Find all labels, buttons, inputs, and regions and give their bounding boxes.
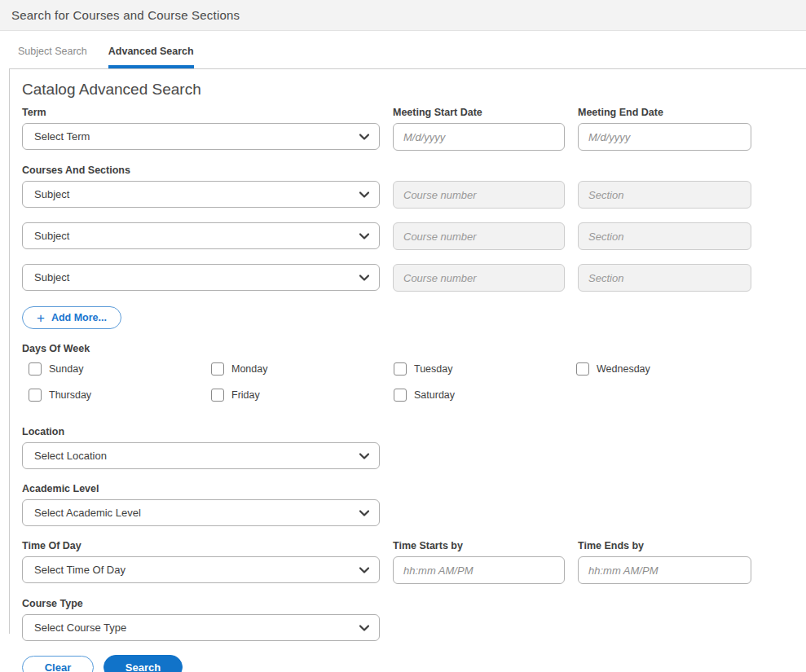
monday-checkbox[interactable] xyxy=(211,362,224,376)
saturday-label: Saturday xyxy=(414,389,455,401)
tab-advanced-search[interactable]: Advanced Search xyxy=(108,46,194,68)
section-input-1[interactable] xyxy=(578,181,751,209)
subject-select-1-value: Subject xyxy=(34,188,69,200)
time-ends-by-input[interactable] xyxy=(578,556,751,584)
friday-checkbox[interactable] xyxy=(211,389,224,402)
meeting-end-date-label: Meeting End Date xyxy=(578,107,751,118)
day-item-thursday: Thursday xyxy=(29,389,211,402)
day-item-tuesday: Tuesday xyxy=(394,362,576,376)
saturday-checkbox[interactable] xyxy=(394,389,407,402)
thursday-checkbox[interactable] xyxy=(29,389,42,402)
meeting-start-date-label: Meeting Start Date xyxy=(393,107,565,118)
subject-select-1[interactable]: Subject xyxy=(22,181,380,208)
day-item-saturday: Saturday xyxy=(394,389,576,402)
friday-label: Friday xyxy=(231,389,260,401)
meeting-end-date-input[interactable] xyxy=(578,123,751,151)
day-item-friday: Friday xyxy=(211,389,394,402)
chevron-down-icon xyxy=(359,453,369,459)
course-number-input-2[interactable] xyxy=(393,222,565,250)
days-of-week-label: Days Of Week xyxy=(22,343,806,354)
subject-select-3[interactable]: Subject xyxy=(22,264,380,291)
page-title: Search for Courses and Course Sections xyxy=(11,8,240,22)
academic-level-select[interactable]: Select Academic Level xyxy=(22,499,380,526)
course-type-select[interactable]: Select Course Type xyxy=(22,614,380,641)
thursday-label: Thursday xyxy=(49,389,91,401)
day-item-wednesday: Wednesday xyxy=(576,362,759,376)
time-of-day-select-value: Select Time Of Day xyxy=(34,564,126,576)
meeting-start-date-input[interactable] xyxy=(393,123,565,151)
location-select[interactable]: Select Location xyxy=(22,442,380,469)
plus-icon: + xyxy=(37,311,45,325)
time-of-day-select[interactable]: Select Time Of Day xyxy=(22,556,380,583)
location-select-value: Select Location xyxy=(34,450,107,462)
course-number-input-1[interactable] xyxy=(393,181,565,209)
chevron-down-icon xyxy=(359,567,369,573)
chevron-down-icon xyxy=(359,134,369,140)
monday-label: Monday xyxy=(231,363,267,375)
course-type-label: Course Type xyxy=(22,598,380,609)
time-ends-by-label: Time Ends by xyxy=(578,540,751,551)
location-label: Location xyxy=(22,426,380,437)
day-item-monday: Monday xyxy=(211,362,394,376)
search-button[interactable]: Search xyxy=(104,655,183,672)
tab-subject-search[interactable]: Subject Search xyxy=(18,46,87,68)
add-more-button[interactable]: + Add More... xyxy=(22,306,121,329)
chevron-down-icon xyxy=(359,625,369,631)
courses-and-sections-label: Courses And Sections xyxy=(22,165,806,176)
section-input-2[interactable] xyxy=(578,222,751,250)
course-number-input-3[interactable] xyxy=(393,264,565,292)
subject-select-2[interactable]: Subject xyxy=(22,222,380,249)
advanced-search-panel: Catalog Advanced Search Term Select Term… xyxy=(9,68,806,634)
term-label: Term xyxy=(22,107,380,118)
chevron-down-icon xyxy=(359,233,369,239)
panel-heading: Catalog Advanced Search xyxy=(22,81,806,99)
academic-level-label: Academic Level xyxy=(22,483,380,494)
clear-button[interactable]: Clear xyxy=(22,656,94,672)
days-of-week-group: Sunday Monday Tuesday Wednesday Thursday… xyxy=(22,362,806,402)
tuesday-label: Tuesday xyxy=(414,363,452,375)
day-item-sunday: Sunday xyxy=(29,362,211,376)
academic-level-select-value: Select Academic Level xyxy=(34,507,141,519)
time-of-day-label: Time Of Day xyxy=(22,540,380,551)
chevron-down-icon xyxy=(359,191,369,198)
add-more-label: Add More... xyxy=(51,312,107,323)
chevron-down-icon xyxy=(359,275,369,281)
wednesday-checkbox[interactable] xyxy=(576,362,589,376)
time-starts-by-label: Time Starts by xyxy=(393,540,565,551)
page-header: Search for Courses and Course Sections xyxy=(0,0,806,31)
term-select[interactable]: Select Term xyxy=(22,123,380,150)
section-input-3[interactable] xyxy=(578,264,751,292)
search-tabs: Subject Search Advanced Search xyxy=(0,46,806,68)
sunday-checkbox[interactable] xyxy=(29,362,42,376)
sunday-label: Sunday xyxy=(49,363,83,375)
term-select-value: Select Term xyxy=(34,130,90,143)
course-type-select-value: Select Course Type xyxy=(34,621,126,634)
wednesday-label: Wednesday xyxy=(597,363,650,375)
time-starts-by-input[interactable] xyxy=(393,556,565,584)
subject-select-2-value: Subject xyxy=(34,230,69,242)
chevron-down-icon xyxy=(359,510,369,516)
subject-select-3-value: Subject xyxy=(34,271,69,283)
form-actions: Clear Search xyxy=(22,655,806,672)
tuesday-checkbox[interactable] xyxy=(394,362,407,376)
